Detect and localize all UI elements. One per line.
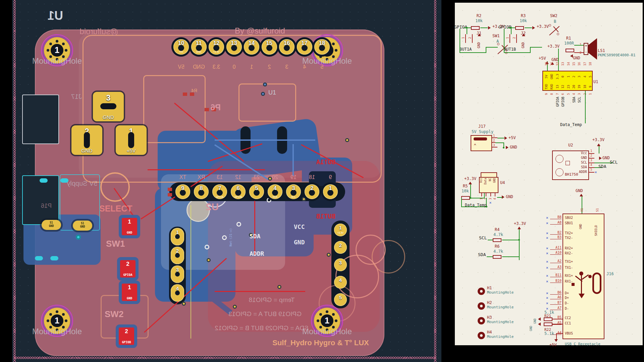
usb-pin-row[interactable]: ✕ A10 RX2- — [536, 251, 562, 255]
sda-net-label[interactable]: SDA — [598, 164, 606, 169]
via[interactable] — [302, 197, 306, 201]
breakout-pad[interactable]: 3 — [334, 258, 347, 271]
resistor-symbol[interactable] — [461, 196, 470, 200]
usb-pin-row[interactable]: ✕ B10 RX1- — [536, 279, 562, 284]
switch-value[interactable]: B — [554, 19, 556, 24]
mounting-hole-symbol[interactable]: H2 MountingHole — [478, 299, 531, 312]
pcb-mounting-hole[interactable]: 1 MountingHole — [41, 34, 73, 66]
oval-pad[interactable]: 2 — [171, 247, 184, 264]
r4-value[interactable]: 4.7k — [493, 232, 503, 237]
resistor-symbol[interactable] — [515, 26, 524, 30]
supply-pad[interactable]: 3 GND — [93, 92, 124, 121]
power-rail-label[interactable]: +5V — [549, 343, 557, 347]
gpio-net-label[interactable]: GPIOA — [454, 24, 467, 29]
mounting-hole-symbol[interactable]: H4 MountingHole — [478, 328, 531, 342]
smd-pad[interactable] — [168, 188, 172, 191]
pcb-pad-top-header[interactable]: 16 3 — [279, 39, 294, 55]
switch-pad[interactable]: 2 GPIOB — [119, 327, 134, 345]
u4-pin[interactable]: GND 4 — [493, 178, 497, 204]
pcb-canvas[interactable]: 1 MountingHole 1 MountingHole — [0, 0, 441, 362]
via-white[interactable] — [222, 235, 227, 240]
power-rail-label[interactable]: +3.3V — [592, 137, 604, 142]
usb-pin-row[interactable]: ✕ A8 SBU1 — [536, 221, 562, 225]
via[interactable] — [233, 305, 237, 309]
via-white[interactable] — [236, 222, 241, 227]
power-rail-label[interactable]: +3.3V — [464, 176, 476, 181]
usb-pin-row[interactable]: ✕ B7 D- — [536, 301, 562, 305]
switch-ref[interactable]: SW2 — [550, 13, 557, 18]
r5-value[interactable]: 10k — [462, 189, 469, 193]
u1-header-symbol[interactable]: +3.3V +5V GND U1 10 5V 11 GND 12 — [541, 65, 608, 119]
pcb-pad-top-header[interactable]: 11 GND GND — [191, 39, 207, 55]
pcb-pad-top-header[interactable]: 10 +5V 5V — [173, 39, 189, 55]
via[interactable] — [207, 258, 211, 262]
i2c-pullups[interactable]: +3.3V R4 4.7k SCL R6 4.7k SDA — [476, 221, 543, 268]
gnd-label[interactable]: GND — [602, 156, 610, 160]
u2-ref[interactable]: U2 — [568, 143, 573, 147]
u1-bottom-pin[interactable]: 23 5 — [566, 85, 571, 112]
u1-bottom-pin[interactable]: 19 3 SCL — [577, 85, 582, 112]
usb-pin-row[interactable]: ✕ B2 TX2+ — [536, 231, 562, 235]
pcb-pad-mid-header[interactable]: 3 SCL 19 — [286, 184, 301, 199]
power-rail-label[interactable]: +3.3V — [514, 221, 526, 226]
via-blue[interactable] — [261, 92, 265, 96]
resistor-ref[interactable]: R2 — [472, 13, 486, 18]
gnd-label[interactable]: GND — [576, 188, 583, 193]
usb-pin-row[interactable]: ✕ A11 RX2+ — [536, 246, 562, 250]
pcb-pad-mid-header[interactable]: 2 18 — [305, 184, 319, 199]
resistor-symbol[interactable] — [493, 238, 501, 242]
via[interactable] — [277, 285, 281, 289]
u1-bottom-pin[interactable]: TXD 9 — [544, 85, 549, 112]
resistor-symbol[interactable] — [566, 49, 574, 52]
r6-ref[interactable]: R6 — [495, 244, 499, 249]
pcb-pad-top-header[interactable]: 18 5 — [314, 39, 330, 55]
usb-pin-row[interactable]: ✕ A6 D+ — [536, 295, 562, 300]
gnd-label[interactable]: GND — [510, 145, 517, 149]
u1-ref[interactable]: U1 — [593, 79, 598, 84]
via[interactable] — [345, 138, 349, 142]
usb-smd-pad[interactable] — [35, 256, 43, 260]
u1-bottom-pin[interactable]: 20 4 SDA — [572, 85, 576, 112]
u1-bottom-pin[interactable]: 9 1 — [588, 85, 593, 112]
supply-pad[interactable]: 2 GND — [71, 125, 102, 155]
pcb-mounting-hole[interactable]: 1 MountingHole — [41, 305, 73, 337]
breakout-pad[interactable]: 2 — [334, 241, 347, 254]
pcb-pad-top-header[interactable]: 13 0 — [226, 39, 242, 55]
via-blue[interactable] — [263, 82, 267, 86]
power-rail-label[interactable]: +3.3V — [537, 24, 549, 29]
smd-pad[interactable] — [168, 193, 172, 196]
pcb-mounting-hole[interactable]: 1 MountingHole — [311, 305, 343, 337]
u4-temp-sensor[interactable]: U4 Vcc 1 Data 2 NC — [476, 161, 537, 215]
switch-pad[interactable]: 2 GPIOA — [120, 260, 136, 278]
resistor-symbol[interactable] — [471, 26, 480, 30]
power-rail-label[interactable]: +5V — [508, 135, 516, 140]
usb-pin-row[interactable]: ✕ B3 TX2- — [536, 235, 562, 240]
switch-ref[interactable]: SW1 — [492, 34, 500, 38]
ls1-value[interactable]: PKMCS0909E4000-R1 — [598, 53, 644, 57]
breakout-pad[interactable]: 1 +3.3V — [334, 224, 347, 236]
usb-pin-row[interactable]: ✕ A3 TX1- — [536, 265, 562, 270]
pcb-pad-top-header[interactable]: 14 1 — [244, 39, 259, 55]
pcb-pad-top-header[interactable]: 12 +3.3V 3.3 — [209, 39, 224, 55]
r1-ref[interactable]: R1 — [566, 36, 571, 41]
r5-ref[interactable]: R5 — [463, 184, 468, 188]
button-net-label[interactable]: BUT1B — [504, 47, 516, 52]
pcb-pad-mid-header[interactable]: 9 TX — [175, 184, 190, 199]
resistor-symbol[interactable] — [493, 255, 501, 259]
mounting-hole-symbol[interactable]: H1 MountingHole — [478, 284, 531, 298]
pcb-pad-mid-header[interactable]: 7 GPIOA 13 — [212, 184, 227, 199]
resistor-ref[interactable]: R3 — [516, 13, 531, 18]
via-white[interactable] — [205, 245, 209, 249]
power-rail-label[interactable]: +3.3V — [547, 44, 559, 49]
usb-smd-pad[interactable] — [50, 256, 58, 260]
gpio-net-label[interactable]: GPIOB — [498, 24, 512, 29]
resistor-value[interactable]: 10k — [471, 18, 487, 23]
oval-pad[interactable]: 3 — [171, 265, 184, 283]
shield-pad[interactable]: S1 GND — [42, 220, 61, 230]
mounting-hole-symbol[interactable]: H3 MountingHole — [478, 314, 531, 327]
scl-net-label[interactable]: SCL — [479, 235, 487, 240]
j16-ref[interactable]: J16 — [606, 272, 614, 276]
r1-value[interactable]: 100R — [564, 41, 574, 46]
switch-pad[interactable]: 1 GND — [122, 218, 137, 235]
j17-value[interactable]: 5V Supply — [472, 129, 493, 134]
